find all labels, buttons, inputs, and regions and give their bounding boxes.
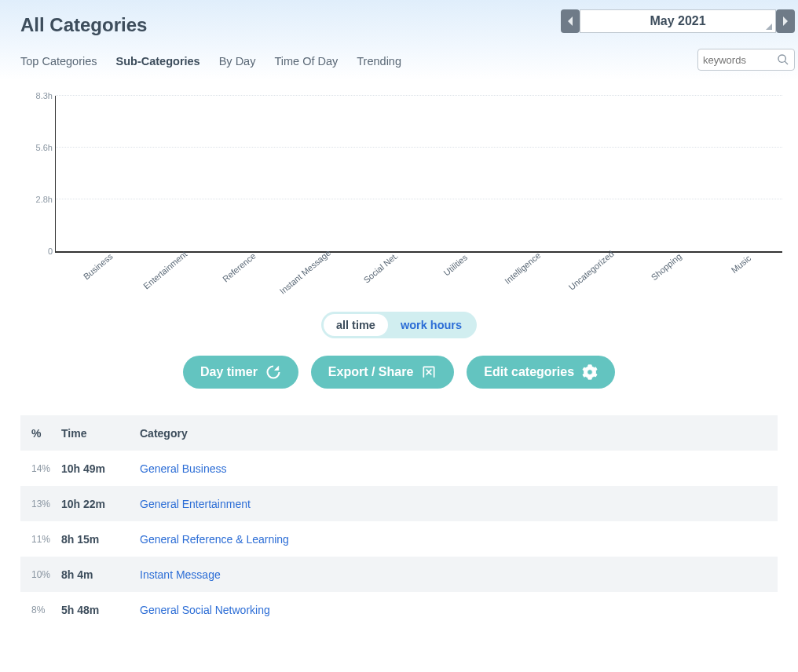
cell-time: 5h 48m <box>61 604 140 616</box>
date-next-button[interactable] <box>776 9 795 33</box>
tab-by-day[interactable]: By Day <box>219 55 256 68</box>
table-row: 14%10h 49mGeneral Business <box>20 451 778 486</box>
header-time: Time <box>61 427 140 440</box>
xlabel: Uncategorized <box>566 249 615 292</box>
cell-time: 8h 15m <box>61 533 140 546</box>
table-row: 13%10h 22mGeneral Entertainment <box>20 486 778 521</box>
category-link[interactable]: General Social Networking <box>140 604 778 616</box>
ytick: 2.8h <box>21 195 53 204</box>
xlabel: Music <box>729 253 752 275</box>
chevron-right-icon <box>782 16 789 27</box>
tab-trending[interactable]: Trending <box>357 55 401 68</box>
edit-categories-button[interactable]: Edit categories <box>467 356 615 389</box>
cell-pct: 8% <box>20 604 61 615</box>
refresh-icon <box>265 364 281 380</box>
cell-time: 10h 22m <box>61 498 140 510</box>
date-prev-button[interactable] <box>561 9 580 33</box>
xlabel: Entertainment <box>141 249 189 290</box>
search-icon <box>777 53 789 66</box>
category-link[interactable]: General Business <box>140 462 778 475</box>
xlabel: Instant Message <box>277 248 332 296</box>
tab-bar: Top Categories Sub-Categories By Day Tim… <box>20 55 778 80</box>
category-table: % Time Category 14%10h 49mGeneral Busine… <box>20 415 778 627</box>
export-label: Export / Share <box>328 365 413 379</box>
ytick: 0 <box>21 247 53 256</box>
category-link[interactable]: General Reference & Learning <box>140 533 778 546</box>
xlabel: Utilities <box>441 253 469 278</box>
xlabel: Reference <box>221 251 258 284</box>
time-filter-toggle: all time work hours <box>0 312 798 338</box>
toggle-all-time[interactable]: all time <box>324 314 388 336</box>
bar-chart: 02.8h5.6h8.3hBusinessEntertainmentRefere… <box>55 96 782 253</box>
category-link[interactable]: Instant Message <box>140 568 778 581</box>
date-navigator: May 2021 <box>561 9 795 33</box>
gear-icon <box>582 364 598 380</box>
category-link[interactable]: General Entertainment <box>140 498 778 510</box>
cell-pct: 14% <box>20 463 61 474</box>
xlabel: Business <box>82 251 115 281</box>
export-button[interactable]: Export / Share <box>311 356 454 389</box>
ytick: 8.3h <box>21 91 53 100</box>
cell-time: 10h 49m <box>61 462 140 475</box>
cell-pct: 10% <box>20 569 61 580</box>
xlabel: Intelligence <box>503 250 542 286</box>
edit-categories-label: Edit categories <box>484 365 574 379</box>
xlabel: Shopping <box>650 251 683 282</box>
chevron-left-icon <box>566 16 574 27</box>
tab-time-of-day[interactable]: Time Of Day <box>274 55 338 68</box>
ytick: 5.6h <box>21 143 53 152</box>
cell-pct: 13% <box>20 499 61 509</box>
cell-pct: 11% <box>20 534 61 545</box>
search-box[interactable] <box>697 49 795 71</box>
day-timer-label: Day timer <box>200 365 258 379</box>
header-pct: % <box>20 427 61 440</box>
date-display[interactable]: May 2021 <box>580 9 776 33</box>
table-row: 8%5h 48mGeneral Social Networking <box>20 592 778 627</box>
table-row: 11%8h 15mGeneral Reference & Learning <box>20 521 778 557</box>
toggle-work-hours[interactable]: work hours <box>388 314 474 336</box>
search-input[interactable] <box>703 54 777 66</box>
table-header: % Time Category <box>20 415 778 451</box>
xlabel: Social Net. <box>362 250 400 284</box>
tab-sub-categories[interactable]: Sub-Categories <box>116 55 200 68</box>
day-timer-button[interactable]: Day timer <box>183 356 298 389</box>
cell-time: 8h 4m <box>61 568 140 581</box>
table-row: 10%8h 4mInstant Message <box>20 557 778 592</box>
header-category: Category <box>140 427 778 440</box>
tab-top-categories[interactable]: Top Categories <box>20 55 97 68</box>
export-icon <box>421 364 437 380</box>
action-buttons: Day timer Export / Share Edit categories <box>0 356 798 389</box>
chart-area: 02.8h5.6h8.3hBusinessEntertainmentRefere… <box>0 80 798 261</box>
header-bar: All Categories May 2021 Top Categories S… <box>0 0 798 80</box>
